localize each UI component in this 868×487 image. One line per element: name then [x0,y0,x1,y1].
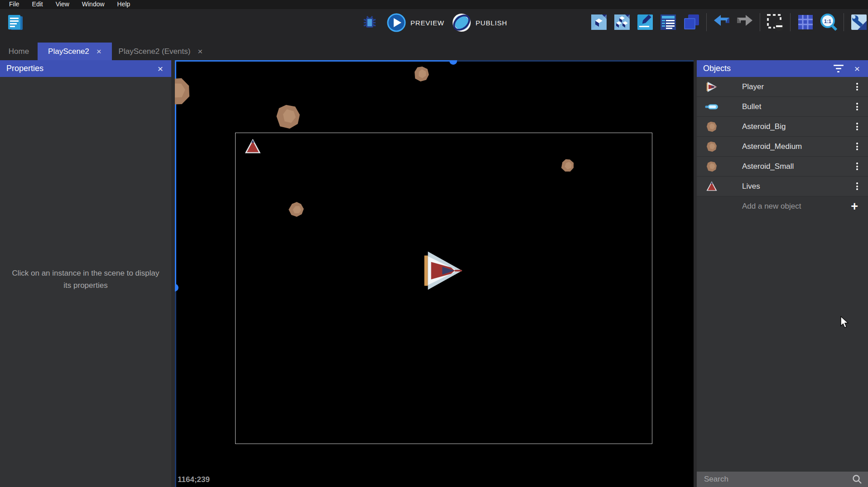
object-thumbnail-icon [704,120,719,134]
object-row-asteroid_small[interactable]: Asteroid_Small [697,157,868,177]
tab-label: PlayScene2 [48,47,89,56]
edit-scene-button[interactable] [589,13,608,32]
preview-label: PREVIEW [410,19,444,27]
add-object-button[interactable]: Add a new object + [697,196,868,216]
add-object-label: Add a new object [742,202,851,211]
undo-icon [712,13,731,32]
properties-empty-message: Click on an instance in the scene to dis… [9,267,162,291]
menu-window[interactable]: Window [77,0,110,9]
v-scroll-track[interactable] [175,288,176,487]
close-icon[interactable]: × [96,47,101,56]
instance-ship-right[interactable] [423,251,463,291]
grid-button[interactable] [796,13,815,32]
object-label: Player [742,82,853,91]
v-scroll-handle[interactable] [175,284,178,291]
object-label: Asteroid_Small [742,162,853,171]
objects-page-icon [612,13,632,32]
properties-title: Properties [6,64,156,73]
close-icon[interactable]: × [156,64,165,73]
object-thumbnail-icon [704,100,719,114]
object-row-asteroid_big[interactable]: Asteroid_Big [697,117,868,137]
selection-minus-icon [766,13,785,32]
object-label: Lives [742,182,853,191]
object-menu-button[interactable] [853,100,862,114]
instance-ship-up[interactable] [245,138,261,155]
layers-button[interactable] [682,13,701,32]
menu-file[interactable]: File [4,0,25,9]
objects-title: Objects [703,64,833,73]
project-manager-button[interactable] [5,13,25,33]
properties-panel: Properties × Click on an instance in the… [0,60,171,487]
debug-button[interactable] [360,13,379,32]
tab-home[interactable]: Home [0,43,38,60]
layers-icon [682,13,701,32]
tab-playscene2[interactable]: PlayScene2 × [38,43,112,60]
clear-selection-button[interactable] [766,13,785,32]
gdevelop-window: File Edit View Window Help [0,0,868,487]
search-input[interactable] [704,475,852,484]
object-search-bar [697,472,868,487]
object-row-player[interactable]: Player [697,77,868,97]
object-thumbnail-icon [704,160,719,173]
menu-edit[interactable]: Edit [27,0,48,9]
object-menu-button[interactable] [853,120,862,134]
objects-panel-header: Objects × [697,60,868,77]
object-label: Bullet [742,102,853,111]
close-icon[interactable]: × [198,47,203,56]
h-scroll-handle[interactable] [449,60,457,65]
redo-icon [735,13,754,32]
tab-label: Home [9,47,29,56]
object-list: Player Bullet Asteroid_Big Asteroid_Medi… [697,77,868,196]
preview-button[interactable]: PREVIEW [386,13,444,33]
scene-page-icon [589,13,608,32]
object-thumbnail-icon [704,140,719,153]
instance-asteroid[interactable] [175,74,194,109]
filter-button[interactable] [833,63,844,74]
object-thumbnail-icon [704,180,719,193]
object-row-asteroid_medium[interactable]: Asteroid_Medium [697,137,868,157]
object-menu-button[interactable] [853,180,862,193]
object-row-bullet[interactable]: Bullet [697,97,868,117]
toolbar-divider [844,13,844,31]
properties-panel-header: Properties × [0,60,171,77]
cursor-coordinates: 1164;239 [178,475,210,484]
close-icon[interactable]: × [853,64,862,73]
edit-properties-button[interactable] [636,13,655,32]
publish-label: PUBLISH [476,19,507,27]
object-thumbnail-icon [704,80,719,94]
zoom-1-1-icon: 1:1 [819,13,838,32]
object-menu-button[interactable] [853,160,862,173]
menu-help[interactable]: Help [112,0,136,9]
object-label: Asteroid_Medium [742,142,853,151]
redo-button[interactable] [735,13,754,32]
menu-view[interactable]: View [50,0,75,9]
plus-icon: + [851,201,861,213]
instance-asteroid[interactable] [412,64,431,84]
object-menu-button[interactable] [853,80,862,94]
publish-button[interactable]: PUBLISH [452,13,507,33]
object-label: Asteroid_Big [742,122,853,131]
tab-label: PlayScene2 (Events) [119,47,191,56]
debug-bug-icon [360,13,379,32]
wrench-page-icon [849,13,868,32]
svg-text:1:1: 1:1 [824,19,831,24]
zoom-1-1-button[interactable]: 1:1 [819,13,838,32]
tab-bar: Home PlayScene2 × PlayScene2 (Events) × [0,43,868,60]
object-row-lives[interactable]: Lives [697,177,868,196]
h-scroll-track[interactable] [453,60,694,62]
h-scroll-thumb[interactable] [175,60,453,62]
main-area: Properties × Click on an instance in the… [0,60,868,487]
object-menu-button[interactable] [853,140,862,153]
instances-list-button[interactable] [659,13,678,32]
tab-playscene2-events[interactable]: PlayScene2 (Events) × [112,43,209,60]
preview-play-icon [386,13,406,33]
edit-objects-button[interactable] [612,13,632,32]
scene-canvas[interactable]: 1164;239 [175,60,694,487]
setup-grid-button[interactable] [849,13,868,32]
undo-button[interactable] [712,13,731,32]
instance-asteroid[interactable] [275,104,301,129]
pencil-card-icon [636,13,655,32]
list-panel-icon [659,13,678,32]
filter-icon [834,65,844,66]
toolbar: PREVIEW PUBLISH [0,9,868,43]
